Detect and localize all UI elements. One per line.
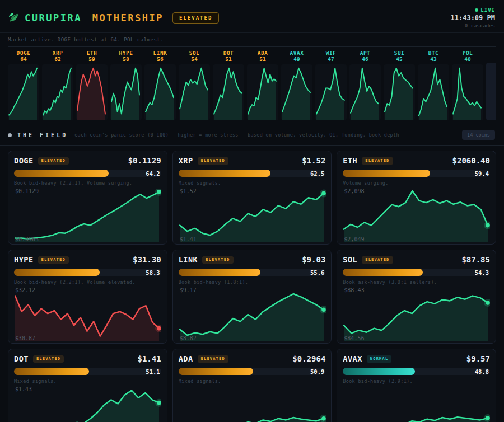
- ticker-item[interactable]: LINK 56: [144, 50, 176, 120]
- panic-score-fill: [14, 269, 100, 276]
- coin-card[interactable]: HYPE ELEVATED $31.30 58.3 Book bid-heavy…: [8, 250, 167, 344]
- panic-score-bar: 54.3: [343, 269, 490, 276]
- ticker-sparkline: [179, 64, 210, 120]
- chart-high-label: $88.43: [344, 287, 364, 293]
- ticker-sparkline: [8, 64, 39, 120]
- coin-card[interactable]: DOT ELEVATED $1.41 51.1 Mixed signals. $…: [8, 349, 167, 422]
- ticker-panic-score: 54: [179, 56, 210, 62]
- ticker-item[interactable]: XRP 62: [42, 50, 73, 120]
- price-chart: [343, 387, 490, 422]
- ticker-sparkline: [281, 64, 312, 120]
- ticker-item[interactable]: DOT 51: [213, 50, 244, 120]
- chart-low-label: $1.41: [180, 236, 197, 242]
- panic-score-track: [343, 368, 490, 375]
- ticker-item[interactable]: SUI 45: [384, 50, 415, 120]
- panic-score-fill: [179, 170, 270, 177]
- ticker-sparkline: [384, 64, 415, 120]
- ticker-coin-symbol: ETH: [76, 50, 108, 56]
- ticker-item[interactable]: WIF 47: [315, 50, 347, 120]
- coin-signal-note: Mixed signals.: [179, 180, 326, 186]
- ticker-panic-score: 56: [144, 56, 176, 62]
- ticker-coin-symbol: ADA: [247, 50, 278, 56]
- panic-score-bar: 58.3: [14, 269, 161, 276]
- ticker-panic-score: 59: [76, 56, 108, 62]
- panic-score-bar: 64.2: [14, 170, 161, 177]
- chart-low-label: $0.0965: [15, 236, 39, 242]
- coin-signal-note: Book bid-heavy (2.9:1).: [343, 378, 490, 384]
- coin-symbol: ADA: [179, 354, 193, 363]
- panic-score-bar: 50.9: [179, 368, 326, 375]
- ticker-overflow-panel: [486, 63, 496, 120]
- coin-card-header: DOGE ELEVATED $0.1129: [14, 156, 161, 165]
- ticker-item[interactable]: HYPE 58: [110, 50, 142, 120]
- ticker-panic-score: 58: [110, 56, 142, 62]
- price-chart: $32.12 $30.87: [14, 288, 161, 341]
- market-status-badge: ELEVATED: [172, 12, 219, 24]
- market-status-line: Market active. DOGE hottest at 64. POL c…: [0, 33, 504, 46]
- coin-signal-note: Book bid-heavy (1.8:1).: [179, 279, 326, 285]
- cascade-counter: 0 cascades: [451, 22, 495, 29]
- header-status-block: LIVE 11:43:09 PM 0 cascades: [451, 7, 495, 29]
- panic-score-bar: 48.8: [343, 368, 490, 375]
- coin-card[interactable]: XRP ELEVATED $1.52 62.5 Mixed signals. $…: [172, 151, 332, 245]
- coin-card[interactable]: ETH ELEVATED $2060.40 59.4 Volume surgin…: [337, 151, 496, 245]
- ticker-coin-symbol: HYPE: [110, 50, 142, 56]
- ticker-item[interactable]: APT 46: [349, 50, 381, 120]
- ticker-item[interactable]: ADA 51: [247, 50, 278, 120]
- ticker-sparkline: [76, 64, 108, 120]
- coin-card-header: DOT ELEVATED $1.41: [14, 354, 161, 363]
- chart-high-label: $1.43: [15, 386, 32, 392]
- coin-card-header: ADA ELEVATED $0.2964: [179, 354, 326, 363]
- panic-score-value: 58.3: [146, 269, 160, 276]
- coin-status-badge: ELEVATED: [362, 157, 393, 165]
- panic-score-bar: 51.1: [14, 368, 161, 375]
- ticker-coin-symbol: BTC: [418, 50, 449, 56]
- coin-symbol: SOL: [343, 255, 357, 264]
- panic-score-track: [14, 170, 161, 177]
- chart-low-label: $30.87: [15, 335, 35, 341]
- ticker-coin-symbol: WIF: [315, 50, 347, 56]
- coin-card[interactable]: DOGE ELEVATED $0.1129 64.2 Book bid-heav…: [8, 151, 167, 245]
- ticker-panic-score: 62: [42, 56, 73, 62]
- app-title-primary: CURUPIRA: [25, 12, 82, 24]
- coin-card[interactable]: ADA ELEVATED $0.2964 50.9 Mixed signals.: [172, 349, 332, 422]
- price-chart: [179, 387, 326, 422]
- ticker-panic-score: 47: [315, 56, 347, 62]
- price-chart: $88.43 $84.56: [343, 288, 490, 341]
- ticker-item[interactable]: ETH 59: [76, 50, 108, 120]
- ticker-item[interactable]: SOL 54: [179, 50, 210, 120]
- coin-card-header: AVAX NORMAL $9.57: [343, 354, 490, 363]
- coin-signal-note: Mixed signals.: [179, 378, 326, 384]
- clock: 11:43:09 PM: [451, 13, 495, 22]
- field-section-header: THE FIELD each coin's panic score (0-100…: [0, 124, 504, 146]
- ticker-sparkline: [213, 64, 244, 120]
- ticker-sparkline: [452, 64, 483, 120]
- chart-high-label: $32.12: [15, 287, 35, 293]
- panic-score-value: 50.9: [310, 368, 324, 375]
- ticker-item[interactable]: DOGE 64: [8, 50, 39, 120]
- coin-price: $31.30: [133, 255, 161, 264]
- ticker-item[interactable]: POL 40: [452, 50, 483, 120]
- panic-score-value: 55.6: [310, 269, 324, 276]
- coin-card[interactable]: LINK ELEVATED $9.03 55.6 Book bid-heavy …: [172, 250, 332, 344]
- coin-status-badge: ELEVATED: [33, 355, 64, 363]
- ticker-panic-score: 51: [213, 56, 244, 62]
- ticker-panic-score: 40: [452, 56, 483, 62]
- coin-count-badge: 14 coins: [462, 130, 495, 140]
- coin-status-badge: ELEVATED: [362, 256, 393, 264]
- ticker-sparkline: [349, 64, 381, 120]
- panic-score-track: [14, 269, 161, 276]
- coin-card[interactable]: SOL ELEVATED $87.85 54.3 Book ask-heavy …: [337, 250, 496, 344]
- ticker-coin-symbol: LINK: [144, 50, 176, 56]
- coin-price: $1.41: [138, 354, 161, 363]
- live-indicator: LIVE: [451, 7, 495, 13]
- panic-score-value: 54.3: [475, 269, 489, 276]
- panic-score-value: 64.2: [146, 170, 160, 177]
- ticker-coin-symbol: APT: [349, 50, 381, 56]
- price-chart: $1.52 $1.41: [179, 189, 326, 242]
- ticker-item[interactable]: AVAX 49: [281, 50, 312, 120]
- price-chart: $0.1129 $0.0965: [14, 189, 161, 242]
- coin-card[interactable]: AVAX NORMAL $9.57 48.8 Book bid-heavy (2…: [337, 349, 496, 422]
- panic-score-fill: [343, 170, 430, 177]
- ticker-item[interactable]: BTC 43: [418, 50, 449, 120]
